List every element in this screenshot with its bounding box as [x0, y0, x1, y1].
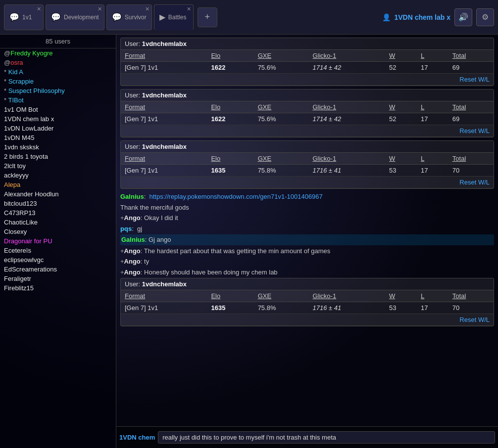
- list-item[interactable]: eclipseowlvgc: [0, 255, 116, 265]
- username[interactable]: ackleyyy: [4, 172, 29, 179]
- gxe-cell: 75.6%: [254, 113, 309, 125]
- col-glicko: Glicko-1: [308, 153, 385, 165]
- l-cell: 17: [417, 62, 448, 74]
- username[interactable]: 1VDN chem lab x: [4, 115, 54, 123]
- list-item[interactable]: * Scrappie: [0, 77, 116, 86]
- list-item[interactable]: @Freddy Kyogre: [0, 48, 116, 58]
- username[interactable]: Fireblitz15: [4, 284, 34, 292]
- user-count: 85 users: [46, 38, 70, 45]
- username[interactable]: 1vDN LowLadder: [4, 125, 53, 132]
- chat-message: +Ango: Okay I did it: [120, 213, 494, 223]
- username[interactable]: Freddy Kyogre: [10, 49, 52, 57]
- col-elo: Elo: [207, 153, 253, 165]
- col-gxe: GXE: [254, 290, 309, 302]
- username[interactable]: eclipseowlvgc: [4, 256, 44, 264]
- username[interactable]: 1vDN M45: [4, 134, 34, 141]
- list-item[interactable]: bitcloud123: [0, 199, 116, 208]
- gxe-cell: 75.8%: [254, 302, 309, 314]
- list-item[interactable]: 1vdn sksksk: [0, 142, 116, 152]
- message-username[interactable]: Ango: [124, 247, 141, 255]
- reset-wl-link[interactable]: Reset W/L: [459, 76, 490, 83]
- list-item[interactable]: 1vDN LowLadder: [0, 124, 116, 133]
- l-cell: 17: [417, 302, 448, 314]
- sound-button[interactable]: 🔊: [454, 8, 472, 26]
- message-username[interactable]: Galnius: [120, 193, 144, 200]
- list-item[interactable]: * Kid A: [0, 67, 116, 77]
- add-tab-button[interactable]: +: [198, 7, 217, 27]
- username[interactable]: Scrappie: [8, 78, 34, 85]
- message-username[interactable]: Ango: [124, 214, 141, 222]
- close-icon[interactable]: ✕: [145, 6, 149, 12]
- sidebar-scroll[interactable]: @Freddy Kyogre @osra * Kid A * Scrappie …: [0, 48, 116, 448]
- col-gxe: GXE: [254, 153, 309, 165]
- room-icon: 👤: [382, 13, 391, 21]
- list-item[interactable]: * Suspect Philosophy: [0, 86, 116, 95]
- list-item[interactable]: @osra: [0, 58, 116, 67]
- list-item[interactable]: Closexy: [0, 227, 116, 236]
- username[interactable]: 1v1 OM Bot: [4, 106, 38, 113]
- reset-wl-link[interactable]: Reset W/L: [459, 179, 490, 186]
- username[interactable]: 2 birds 1 toyota: [4, 153, 48, 160]
- username[interactable]: C473RP13: [4, 209, 36, 217]
- list-item[interactable]: EdScreamerations: [0, 265, 116, 274]
- username[interactable]: 2lclt toy: [4, 162, 26, 170]
- chat-scroll[interactable]: User: 1vdnchemlabx Format Elo GXE Glicko…: [116, 35, 498, 426]
- list-item[interactable]: Alexander Hoodlun: [0, 189, 116, 199]
- list-item[interactable]: Ecetereïs: [0, 246, 116, 255]
- list-item[interactable]: ChaoticLike: [0, 218, 116, 227]
- chat-input[interactable]: [158, 431, 495, 444]
- username[interactable]: EdScreamerations: [4, 266, 57, 273]
- elo-cell: 1635: [207, 302, 253, 314]
- username[interactable]: Alepa: [4, 181, 20, 188]
- list-item[interactable]: 1vDN M45: [0, 133, 116, 142]
- list-item[interactable]: C473RP13: [0, 208, 116, 218]
- list-item[interactable]: 1VDN chem lab x: [0, 114, 116, 124]
- chat-area: User: 1vdnchemlabx Format Elo GXE Glicko…: [116, 35, 498, 448]
- stat-block: User: 1vdnchemlabx Format Elo GXE Glicko…: [120, 89, 494, 137]
- message-username[interactable]: pqs: [120, 225, 132, 232]
- username[interactable]: Dragonair for PU: [4, 237, 52, 245]
- close-icon[interactable]: ✕: [37, 6, 41, 12]
- replay-link[interactable]: https://replay.pokemonshowdown.com/gen71…: [149, 193, 323, 200]
- reset-wl-link[interactable]: Reset W/L: [459, 127, 490, 134]
- list-item[interactable]: Alepa: [0, 180, 116, 189]
- list-item[interactable]: 2 birds 1 toyota: [0, 152, 116, 161]
- list-item[interactable]: Dragonair for PU: [0, 236, 116, 246]
- list-item[interactable]: Fireblitz15: [0, 283, 116, 293]
- col-l: L: [417, 153, 448, 165]
- close-icon[interactable]: ✕: [187, 6, 191, 12]
- w-cell: 52: [385, 62, 417, 74]
- username[interactable]: Ecetereïs: [4, 247, 31, 254]
- list-item[interactable]: 2lclt toy: [0, 161, 116, 171]
- list-item[interactable]: Feraligetr: [0, 274, 116, 283]
- tab-development[interactable]: ✕ 💬 Development: [46, 4, 104, 30]
- sidebar-header: 85 users: [0, 35, 116, 48]
- tab-1v1[interactable]: ✕ 💬 1v1: [4, 4, 44, 30]
- list-item[interactable]: * TIBot: [0, 95, 116, 105]
- reset-wl-link[interactable]: Reset W/L: [459, 316, 490, 323]
- username[interactable]: Kid A: [8, 68, 23, 76]
- list-item[interactable]: 1v1 OM Bot: [0, 105, 116, 114]
- username[interactable]: Alexander Hoodlun: [4, 190, 59, 198]
- username[interactable]: 1vdn sksksk: [4, 143, 39, 151]
- username[interactable]: ChaoticLike: [4, 219, 38, 226]
- username[interactable]: TIBot: [8, 96, 23, 104]
- username[interactable]: osra: [10, 59, 23, 66]
- message-username[interactable]: Galnius: [121, 236, 145, 243]
- username[interactable]: bitcloud123: [4, 200, 37, 207]
- total-cell: 70: [448, 165, 494, 177]
- username[interactable]: Suspect Philosophy: [8, 87, 65, 94]
- tab-battles[interactable]: ✕ ▶ Battles: [154, 4, 194, 30]
- chat-message: pqs: gj: [120, 224, 494, 234]
- username[interactable]: Closexy: [4, 228, 27, 235]
- tab-survivor[interactable]: ✕ 💬 Survivor: [106, 4, 152, 30]
- stat-block: User: 1vdnchemlabx Format Elo GXE Glicko…: [120, 278, 494, 326]
- elo-cell: 1635: [207, 165, 253, 177]
- col-l: L: [417, 290, 448, 302]
- settings-button[interactable]: ⚙: [476, 8, 494, 26]
- close-icon[interactable]: ✕: [98, 6, 102, 12]
- message-username[interactable]: Ango: [124, 269, 141, 276]
- message-username[interactable]: Ango: [124, 258, 141, 265]
- list-item[interactable]: ackleyyy: [0, 171, 116, 180]
- username[interactable]: Feraligetr: [4, 275, 31, 282]
